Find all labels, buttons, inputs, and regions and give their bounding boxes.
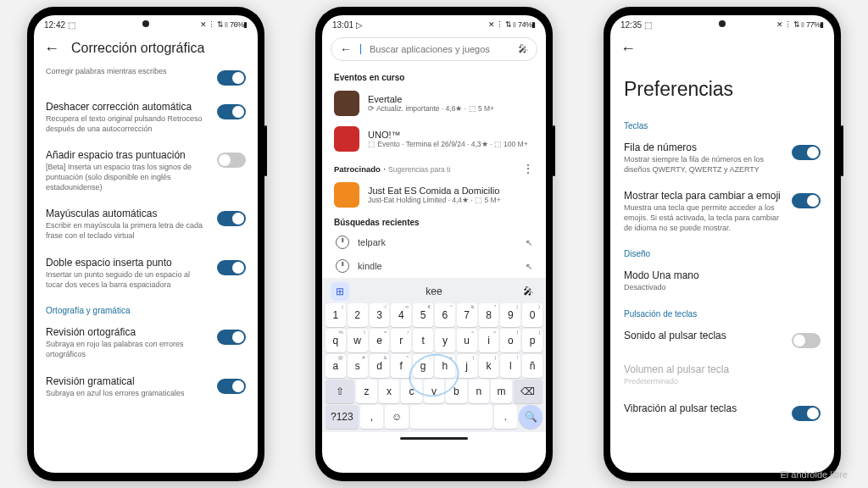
key-z[interactable]: z [356, 380, 376, 403]
back-icon[interactable]: ← [44, 41, 59, 56]
key-4[interactable]: 4∞ [391, 303, 411, 327]
key-a[interactable]: a@ [326, 354, 346, 378]
app-row[interactable]: UNO!™⬚ Evento · Termina el 26/9/24 · 4,3… [322, 121, 546, 157]
key-c[interactable]: c [401, 380, 421, 403]
key-g[interactable]: g- [413, 354, 433, 378]
key-b[interactable]: b [446, 380, 466, 403]
setting-desc: Mostrar siempre la fila de números en lo… [624, 155, 783, 175]
key-n[interactable]: n [469, 380, 489, 403]
watermark: El androide libre [781, 469, 849, 480]
toggle[interactable] [217, 152, 246, 168]
insert-icon[interactable]: ↖ [526, 238, 532, 247]
setting-row[interactable]: Modo Una manoDesactivado [624, 262, 821, 301]
setting-row[interactable]: Corregir palabras mientras escribes [46, 59, 246, 93]
setting-desc: Subraya en azul los errores gramaticales [46, 389, 209, 399]
key-o[interactable]: o[ [500, 329, 520, 352]
key-6[interactable]: 6^ [435, 303, 455, 327]
setting-row[interactable]: Mayúsculas automáticasEscribir en mayúsc… [46, 200, 246, 248]
key-,[interactable]: , [360, 405, 384, 429]
setting-row[interactable]: Vibración al pulsar teclas [624, 395, 821, 429]
key-ñ[interactable]: ñ [522, 354, 542, 378]
toggle[interactable] [792, 193, 821, 208]
key-?123[interactable]: ?123 [326, 405, 359, 429]
setting-row[interactable]: Añadir espacio tras puntuación[Beta] Ins… [46, 141, 246, 200]
search-input[interactable] [370, 44, 509, 54]
setting-row[interactable]: Sonido al pulsar teclas [624, 322, 821, 356]
key-l[interactable]: l! [500, 354, 520, 378]
toggle[interactable] [217, 211, 246, 226]
key-1[interactable]: 1| [326, 303, 346, 327]
setting-row[interactable]: Fila de númerosMostrar siempre la fila d… [624, 134, 821, 182]
app-icon [334, 126, 359, 152]
key-w[interactable]: w\ [348, 329, 368, 352]
setting-row[interactable]: Revisión gramaticalSubraya en azul los e… [46, 368, 246, 407]
key-e[interactable]: e= [370, 329, 390, 352]
clipboard-icon[interactable]: ⊞ [331, 282, 349, 301]
setting-row[interactable]: Revisión ortográficaSubraya en rojo las … [46, 319, 246, 367]
key-0[interactable]: 0) [522, 303, 542, 327]
key-space[interactable] [410, 405, 492, 429]
mic-icon[interactable]: 🎤︎ [518, 43, 528, 55]
setting-row[interactable]: Doble espacio inserta puntoInsertar un p… [46, 249, 246, 297]
key-2[interactable]: 2· [348, 303, 368, 327]
toggle[interactable] [217, 260, 246, 275]
key-t[interactable]: t [413, 329, 433, 352]
back-icon[interactable]: ← [340, 43, 352, 55]
setting-title: Deshacer corrección automática [46, 101, 209, 113]
key-s[interactable]: s# [348, 354, 368, 378]
key-q[interactable]: q% [326, 329, 346, 352]
toggle[interactable] [792, 406, 821, 421]
key-3[interactable]: 3√ [370, 303, 390, 327]
toggle[interactable] [217, 70, 246, 86]
setting-title: Doble espacio inserta punto [46, 257, 209, 269]
key-8[interactable]: 8* [479, 303, 499, 327]
key-m[interactable]: m [491, 380, 511, 403]
toggle[interactable] [792, 145, 821, 160]
key-7[interactable]: 7& [457, 303, 477, 327]
key-k[interactable]: k) [479, 354, 499, 378]
setting-title: Vibración al pulsar teclas [624, 402, 783, 414]
app-name: UNO!™ [368, 130, 528, 140]
back-icon[interactable]: ← [620, 41, 636, 56]
setting-desc: Muestra una tecla que permite acceder a … [624, 203, 783, 233]
setting-title: Añadir espacio tras puntuación [46, 149, 209, 161]
key-i[interactable]: i> [479, 329, 499, 352]
sponsored-app-row[interactable]: Just Eat ES Comida a Domicilio Just-Eat … [322, 177, 546, 213]
key-🔍[interactable]: 🔍 [519, 405, 542, 429]
setting-row[interactable]: Deshacer corrección automáticaRecupera e… [46, 93, 246, 141]
app-row[interactable]: Evertale⟳ Actualiz. importante · 4,6★ · … [322, 86, 546, 121]
toggle[interactable] [217, 379, 246, 394]
toggle[interactable] [792, 333, 821, 348]
setting-row[interactable]: Volumen al pulsar teclaPredeterminado [624, 356, 821, 395]
search-bar[interactable]: ← 🎤︎ [331, 37, 537, 61]
app-icon [334, 91, 359, 116]
key-x[interactable]: x [379, 380, 399, 403]
recent-search[interactable]: kindle↖ [322, 254, 546, 278]
insert-icon[interactable]: ↖ [526, 262, 532, 271]
section-recent: Búsquedas recientes [322, 213, 546, 230]
more-icon[interactable]: ⋮ [522, 162, 534, 175]
suggestion-text[interactable]: kee [349, 286, 519, 297]
key-.[interactable]: . [494, 405, 518, 429]
recent-search[interactable]: telpark↖ [322, 230, 546, 254]
toggle[interactable] [217, 104, 246, 119]
key-9[interactable]: 9( [500, 303, 520, 327]
key-⇧[interactable]: ⇧ [326, 380, 354, 403]
key-u[interactable]: u< [457, 329, 477, 352]
setting-desc: Desactivado [624, 283, 821, 293]
key-d[interactable]: d& [370, 354, 390, 378]
toggle[interactable] [217, 330, 246, 345]
setting-row[interactable]: Mostrar tecla para cambiar a emojiMuestr… [624, 182, 821, 241]
setting-title: Mayúsculas automáticas [46, 208, 209, 219]
key-j[interactable]: j( [457, 354, 477, 378]
key-r[interactable]: r/ [391, 329, 411, 352]
key-y[interactable]: y [435, 329, 455, 352]
key-⌫[interactable]: ⌫ [514, 380, 542, 403]
key-p[interactable]: p] [522, 329, 542, 352]
mic-icon[interactable]: 🎤︎ [519, 282, 537, 301]
key-☺[interactable]: ☺ [385, 405, 409, 429]
key-5[interactable]: 5€ [413, 303, 433, 327]
key-v[interactable]: v [424, 380, 444, 403]
key-h[interactable]: h+ [435, 354, 455, 378]
key-f[interactable]: f* [391, 354, 411, 378]
